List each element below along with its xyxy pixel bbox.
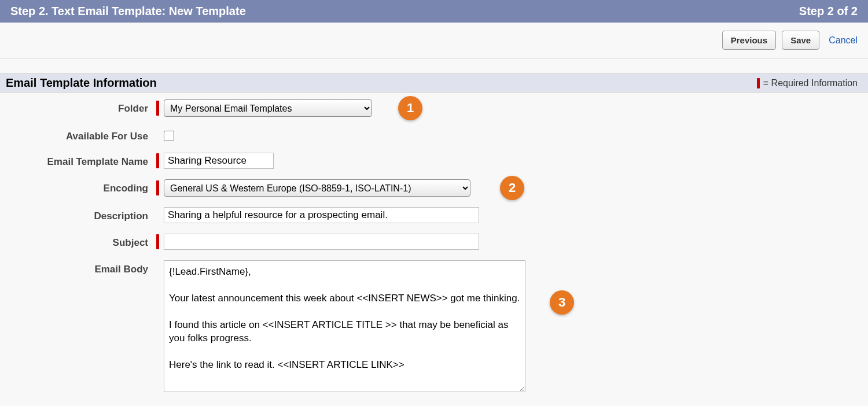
wizard-title: Step 2. Text Email Template: New Templat…	[10, 5, 246, 18]
required-indicator-icon	[757, 78, 760, 88]
available-checkbox[interactable]	[164, 131, 174, 141]
row-subject: Subject	[0, 234, 868, 250]
callout-badge-2: 2	[500, 176, 524, 200]
label-encoding: Encoding	[0, 179, 156, 194]
folder-select[interactable]: My Personal Email Templates	[164, 99, 372, 117]
subject-input[interactable]	[164, 234, 479, 250]
previous-button[interactable]: Previous	[722, 31, 776, 50]
row-encoding: Encoding General US & Western Europe (IS…	[0, 179, 868, 197]
encoding-select[interactable]: General US & Western Europe (ISO-8859-1,…	[164, 179, 470, 197]
save-button[interactable]: Save	[782, 31, 819, 50]
label-available: Available For Use	[0, 127, 156, 142]
wizard-step-indicator: Step 2 of 2	[799, 5, 858, 18]
row-description: Description	[0, 207, 868, 223]
action-bar: Previous Save Cancel	[0, 23, 868, 58]
label-subject: Subject	[0, 234, 156, 249]
description-input[interactable]	[164, 207, 479, 223]
label-description: Description	[0, 207, 156, 222]
section-header: Email Template Information = Required In…	[0, 73, 868, 93]
section-title: Email Template Information	[6, 76, 157, 90]
required-indicator-icon	[156, 153, 159, 168]
required-indicator-icon	[156, 234, 159, 249]
label-folder: Folder	[0, 99, 156, 115]
template-name-input[interactable]	[164, 153, 274, 169]
label-template-name: Email Template Name	[0, 153, 156, 168]
wizard-header: Step 2. Text Email Template: New Templat…	[0, 0, 868, 23]
callout-badge-1: 1	[398, 96, 422, 120]
required-indicator-icon	[156, 101, 159, 116]
required-legend-text: = Required Information	[763, 78, 858, 88]
callout-badge-3: 3	[550, 290, 574, 315]
label-body: Email Body	[0, 260, 156, 275]
email-body-textarea[interactable]	[164, 260, 525, 392]
cancel-link[interactable]: Cancel	[829, 35, 858, 46]
required-indicator-icon	[156, 180, 159, 195]
row-body: Email Body 3	[0, 260, 868, 392]
row-available: Available For Use	[0, 127, 868, 142]
row-folder: Folder My Personal Email Templates 1	[0, 99, 868, 117]
required-legend: = Required Information	[757, 78, 858, 88]
form-area: Folder My Personal Email Templates 1 Ava…	[0, 93, 868, 406]
row-template-name: Email Template Name	[0, 153, 868, 169]
